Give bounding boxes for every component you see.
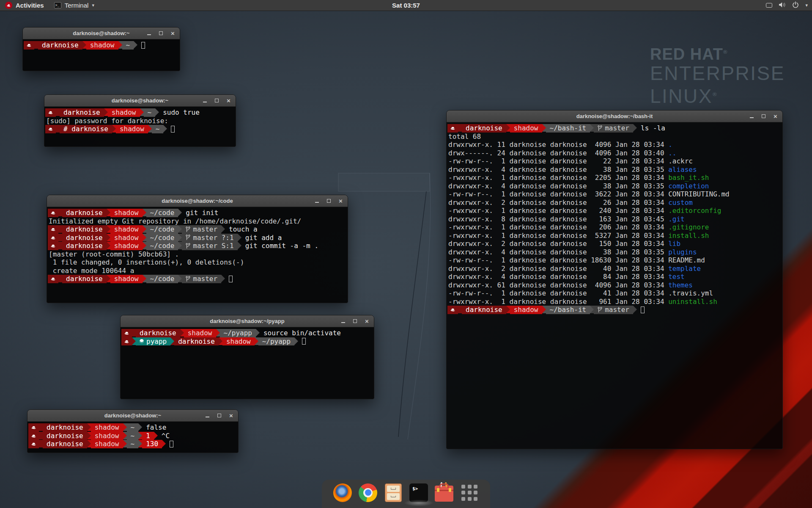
command-text: sudo true bbox=[159, 108, 200, 117]
powerline-arrow-icon bbox=[39, 423, 43, 431]
powerline-arrow-icon bbox=[633, 124, 637, 132]
prompt-hat-segment bbox=[28, 423, 39, 432]
terminal-line: drwxrwxr-x. 4 darknoise darknoise 84 Jan… bbox=[447, 273, 782, 281]
terminal-line: drwxrwxr-x. 2 darknoise darknoise 150 Ja… bbox=[447, 240, 782, 248]
redhat-prompt-icon bbox=[31, 433, 36, 438]
powerline-arrow-icon bbox=[123, 423, 127, 431]
maximize-button[interactable] bbox=[325, 197, 332, 204]
minimize-button[interactable] bbox=[201, 97, 208, 104]
close-button[interactable]: × bbox=[228, 412, 235, 419]
firefox-icon bbox=[333, 483, 352, 502]
terminal-content[interactable]: darknoiseshadow~/pyappsource bin/activat… bbox=[121, 327, 374, 399]
prompt-path-segment: ~/code bbox=[146, 225, 178, 234]
file-name: install.sh bbox=[668, 232, 709, 240]
terminal-content[interactable]: darknoiseshadow~ bbox=[23, 39, 180, 71]
chevron-down-icon[interactable]: ▾ bbox=[805, 3, 808, 8]
file-name: template bbox=[668, 265, 701, 273]
prompt-path-segment: ~/code bbox=[146, 242, 178, 250]
terminal-line: -rw-rw-r--. 1 darknoise darknoise 41 Jan… bbox=[447, 289, 782, 298]
prompt-user-segment: darknoise bbox=[462, 306, 506, 314]
file-name: .git bbox=[668, 215, 685, 224]
output-text: drwxrwxr-x. 4 darknoise darknoise 38 Jan… bbox=[447, 248, 668, 257]
minimize-button[interactable] bbox=[748, 113, 755, 120]
prompt-hat-segment bbox=[48, 275, 58, 283]
volume-icon[interactable] bbox=[779, 2, 786, 9]
maximize-button[interactable] bbox=[213, 97, 220, 104]
powerline-arrow-icon bbox=[107, 242, 110, 249]
dock-chrome-launcher[interactable] bbox=[358, 483, 378, 502]
file-name: . bbox=[668, 141, 672, 149]
minimize-button[interactable] bbox=[145, 30, 153, 37]
terminal-content[interactable]: darknoiseshadow~/bash-itmasterls -latota… bbox=[447, 122, 782, 449]
dock-app-grid-button[interactable] bbox=[460, 483, 479, 502]
command-text: source bin/activate bbox=[260, 329, 341, 337]
titlebar[interactable]: darknoise@shadow:~ × bbox=[27, 410, 238, 422]
powerline-arrow-icon bbox=[39, 432, 43, 439]
clock[interactable]: Sat 03:57 bbox=[388, 0, 424, 11]
close-button[interactable]: × bbox=[772, 113, 779, 120]
powerline-arrow-icon bbox=[256, 329, 260, 337]
powerline-arrow-icon bbox=[82, 41, 86, 49]
powerline-arrow-icon bbox=[163, 125, 167, 133]
window-indicator-icon[interactable] bbox=[766, 3, 772, 8]
powerline-arrow-icon bbox=[143, 225, 146, 233]
terminal-content[interactable]: darknoiseshadow~/codegit initInitialized… bbox=[47, 207, 348, 303]
terminal-content[interactable]: darknoiseshadow~sudo true[sudo] password… bbox=[44, 107, 236, 146]
prompt-path-segment: ~ bbox=[127, 423, 139, 432]
powerline-arrow-icon bbox=[590, 124, 594, 132]
dock-firefox-launcher[interactable] bbox=[333, 483, 352, 502]
terminal-line: [master (root-commit) 50bcb63] . bbox=[48, 250, 347, 259]
activities-label: Activities bbox=[16, 2, 44, 9]
close-button[interactable]: × bbox=[169, 30, 176, 37]
activities-button[interactable]: Activities bbox=[0, 0, 49, 11]
powerline-arrow-icon bbox=[219, 337, 222, 345]
output-text: -rwxrwxr-x. 1 darknoise darknoise 206 Ja… bbox=[447, 223, 668, 232]
titlebar[interactable]: darknoise@shadow:~ × bbox=[44, 95, 236, 107]
terminal-content[interactable]: darknoiseshadow~falsedarknoiseshadow~1^C… bbox=[27, 422, 238, 453]
prompt-hat-segment bbox=[24, 41, 34, 50]
redhat-prompt-icon bbox=[450, 126, 455, 130]
close-button[interactable]: × bbox=[337, 197, 344, 204]
minimize-button[interactable] bbox=[204, 412, 211, 419]
powerline-arrow-icon bbox=[87, 432, 91, 439]
prompt-path-segment: ~/pyapp bbox=[220, 329, 256, 337]
powerline-arrow-icon bbox=[143, 242, 146, 249]
close-button[interactable]: × bbox=[225, 97, 232, 104]
powerline-arrow-icon bbox=[238, 234, 241, 241]
app-menu-label: Terminal bbox=[65, 2, 89, 9]
toolbox-icon bbox=[435, 486, 453, 502]
git-branch-icon bbox=[186, 235, 190, 240]
powerline-arrow-icon bbox=[134, 41, 137, 49]
minimize-button[interactable] bbox=[313, 197, 321, 204]
output-text: [sudo] password for darknoise: bbox=[45, 117, 168, 125]
maximize-button[interactable] bbox=[157, 30, 165, 37]
powerline-arrow-icon bbox=[238, 242, 241, 249]
app-menu-terminal[interactable]: >_ Terminal ▾ bbox=[49, 0, 99, 11]
titlebar[interactable]: darknoise@shadow:~ × bbox=[23, 28, 180, 39]
prompt-host-segment: shadow bbox=[110, 225, 143, 234]
maximize-button[interactable] bbox=[760, 113, 767, 120]
maximize-button[interactable] bbox=[216, 412, 223, 419]
prompt-hat-segment bbox=[48, 209, 58, 217]
terminal-line: darknoiseshadow~/pyappsource bin/activat… bbox=[121, 329, 373, 337]
maximize-button[interactable] bbox=[351, 318, 359, 325]
terminal-line: pyappdarknoiseshadow~/pyapp bbox=[121, 337, 373, 346]
redhat-prompt-icon bbox=[31, 442, 36, 446]
close-button[interactable]: × bbox=[363, 318, 370, 325]
terminal-line: darknoiseshadow~/codemastertouch a bbox=[48, 225, 347, 234]
titlebar[interactable]: darknoise@shadow:~/pyapp × bbox=[121, 315, 374, 327]
powerline-arrow-icon bbox=[58, 209, 62, 216]
terminal-line: darknoiseshadow~130 bbox=[28, 440, 237, 448]
prompt-user-segment: darknoise bbox=[62, 234, 107, 242]
rhel-logo-line3: LINUX® bbox=[650, 84, 785, 107]
output-text: drwxrwxr-x. 2 darknoise darknoise 150 Ja… bbox=[447, 240, 668, 248]
dock-toolbox-launcher[interactable] bbox=[434, 483, 454, 502]
minimize-button[interactable] bbox=[340, 318, 347, 325]
power-icon[interactable] bbox=[792, 1, 799, 9]
titlebar[interactable]: darknoise@shadow:~/bash-it × bbox=[447, 110, 782, 122]
powerline-arrow-icon bbox=[87, 423, 91, 431]
dock-files-launcher[interactable] bbox=[384, 483, 403, 502]
dock-terminal-launcher[interactable]: $> bbox=[409, 483, 428, 502]
titlebar[interactable]: darknoise@shadow:~/code × bbox=[47, 195, 348, 207]
prompt-path-segment: ~/bash-it bbox=[546, 124, 590, 133]
